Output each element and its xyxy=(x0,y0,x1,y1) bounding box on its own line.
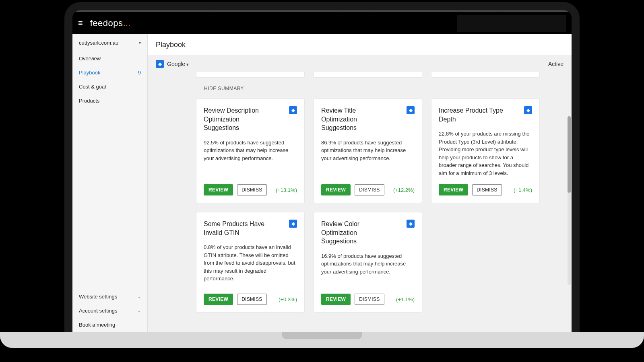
sidebar-item-overview[interactable]: Overview xyxy=(72,51,147,66)
channel-selector[interactable]: Google xyxy=(167,61,189,67)
sidebar-item-products[interactable]: Products xyxy=(72,94,147,108)
review-button[interactable]: REVIEW xyxy=(204,294,233,305)
topbar-search-box[interactable] xyxy=(457,15,566,32)
sidebar-item-label: Book a meeting xyxy=(79,322,115,328)
chevron-down-icon: ⌄ xyxy=(138,294,141,299)
tag-icon: ◆ xyxy=(407,220,415,228)
card-title: Some Products Have Invalid GTIN xyxy=(204,220,272,237)
chevron-down-icon: ⌄ xyxy=(138,309,141,313)
logo: feedops... xyxy=(90,18,131,29)
sidebar-item-label: Products xyxy=(79,98,99,104)
hamburger-icon[interactable]: ≡ xyxy=(78,19,83,28)
scrollbar[interactable] xyxy=(568,116,571,285)
card-description: 22.8% of your products are missing the P… xyxy=(439,130,532,177)
main-content: Playbook ◆ Google Active HIDE SUMMARY xyxy=(148,34,572,332)
tag-icon: ◆ xyxy=(524,106,532,114)
suggestion-card: Review Title Optimization Suggestions◆86… xyxy=(314,99,422,203)
channel-bar: ◆ Google Active xyxy=(148,56,572,72)
dismiss-button[interactable]: DISMISS xyxy=(472,184,502,195)
dismiss-button[interactable]: DISMISS xyxy=(355,294,384,305)
site-selector-value: cuttysark.com.au xyxy=(79,40,118,46)
playbook-badge: 9 xyxy=(138,70,141,76)
sidebar-item-label: Overview xyxy=(79,56,101,62)
suggestion-card: Review Color Optimization Suggestions◆16… xyxy=(314,212,422,313)
review-button[interactable]: REVIEW xyxy=(439,184,468,195)
sidebar-item-website-settings[interactable]: Website settings ⌄ xyxy=(72,290,147,304)
tag-icon: ◆ xyxy=(407,106,415,114)
dismiss-button[interactable]: DISMISS xyxy=(355,184,384,195)
card-stub xyxy=(314,72,422,78)
sidebar-item-label: Playbook xyxy=(79,70,100,76)
scrollbar-thumb[interactable] xyxy=(568,116,571,193)
sidebar-item-label: Account settings xyxy=(79,308,117,314)
card-stub xyxy=(196,72,305,78)
site-selector[interactable]: cuttysark.com.au ▾ xyxy=(72,34,147,51)
chevron-down-icon: ▾ xyxy=(139,41,141,45)
review-button[interactable]: REVIEW xyxy=(321,294,351,305)
impact-value: (+12.2%) xyxy=(393,187,415,193)
impact-value: (+1.4%) xyxy=(514,187,532,193)
review-button[interactable]: REVIEW xyxy=(204,184,233,195)
impact-value: (+13.1%) xyxy=(276,187,297,193)
card-description: 92.5% of products have suggested optimiz… xyxy=(204,139,297,162)
google-tag-icon: ◆ xyxy=(156,60,164,68)
dismiss-button[interactable]: DISMISS xyxy=(237,294,266,305)
impact-value: (+1.1%) xyxy=(396,296,415,302)
sidebar-item-account-settings[interactable]: Account settings ⌄ xyxy=(72,304,147,318)
topbar: ≡ feedops... xyxy=(72,12,572,34)
sidebar-item-label: Website settings xyxy=(79,294,117,300)
card-title: Review Title Optimization Suggestions xyxy=(321,106,390,132)
card-description: 86.9% of products have suggested optimiz… xyxy=(321,139,415,162)
sidebar-item-playbook[interactable]: Playbook 9 xyxy=(72,66,147,80)
dismiss-button[interactable]: DISMISS xyxy=(237,184,266,195)
card-title: Review Color Optimization Suggestions xyxy=(321,220,390,246)
card-title: Review Description Optimization Suggesti… xyxy=(204,106,272,132)
channel-status: Active xyxy=(548,61,564,67)
card-description: 16.9% of products have suggested optimiz… xyxy=(321,252,415,276)
sidebar-item-cost-goal[interactable]: Cost & goal xyxy=(72,80,147,94)
sidebar: cuttysark.com.au ▾ Overview Playbook 9 C… xyxy=(72,34,148,332)
sidebar-item-label: Cost & goal xyxy=(79,84,106,90)
suggestion-card: Some Products Have Invalid GTIN◆0.8% of … xyxy=(196,212,305,313)
sidebar-item-book-meeting[interactable]: Book a meeting xyxy=(72,318,147,332)
card-description: 0.8% of your products have an invalid GT… xyxy=(204,243,297,283)
card-title: Increase Product Type Depth xyxy=(439,106,507,123)
review-button[interactable]: REVIEW xyxy=(321,184,351,195)
impact-value: (+0.3%) xyxy=(279,296,297,302)
hide-summary-toggle[interactable]: HIDE SUMMARY xyxy=(196,82,564,99)
tag-icon: ◆ xyxy=(289,220,297,228)
card-stub xyxy=(431,72,540,78)
suggestion-card: Review Description Optimization Suggesti… xyxy=(196,99,305,203)
tag-icon: ◆ xyxy=(289,106,297,114)
page-title: Playbook xyxy=(148,34,572,56)
suggestion-card: Increase Product Type Depth◆22.8% of you… xyxy=(431,99,540,203)
